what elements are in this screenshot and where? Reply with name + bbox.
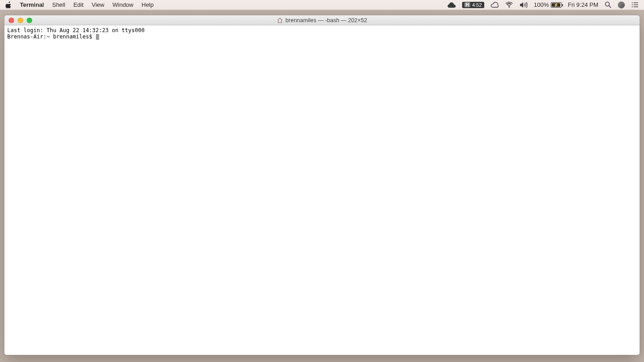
macos-menubar: Terminal Shell Edit View Window Help H 4… <box>0 0 644 10</box>
window-title-wrap: brennamiles — -bash — 202×52 <box>5 17 639 24</box>
menu-edit[interactable]: Edit <box>73 1 83 8</box>
last-login-line: Last login: Thu Aug 22 14:32:23 on ttys0… <box>7 27 144 33</box>
timer-prefix: H <box>464 2 470 7</box>
volume-icon[interactable] <box>520 2 528 8</box>
menubar-right: H 4:52 100% ⚡ Fri 9:24 PM <box>448 1 639 9</box>
siri-icon[interactable] <box>618 1 625 9</box>
timer-widget[interactable]: H 4:52 <box>462 2 484 8</box>
menu-window[interactable]: Window <box>113 1 134 8</box>
charging-bolt-icon: ⚡ <box>553 3 558 7</box>
traffic-lights <box>5 18 32 23</box>
battery-status[interactable]: 100% ⚡ <box>534 1 562 8</box>
svg-point-1 <box>606 2 610 6</box>
menu-shell[interactable]: Shell <box>52 1 65 8</box>
menu-help[interactable]: Help <box>142 1 154 8</box>
battery-percent-text: 100% <box>534 1 549 8</box>
svg-point-0 <box>508 6 509 7</box>
home-icon <box>277 18 283 23</box>
battery-icon: ⚡ <box>551 2 562 8</box>
menu-app-name[interactable]: Terminal <box>20 1 44 8</box>
terminal-content[interactable]: Last login: Thu Aug 22 14:32:23 on ttys0… <box>5 25 639 355</box>
close-button[interactable] <box>9 18 14 23</box>
cloud-icon[interactable] <box>448 2 456 8</box>
notification-center-icon[interactable] <box>631 2 639 8</box>
zoom-button[interactable] <box>27 18 32 23</box>
menubar-left: Terminal Shell Edit View Window Help <box>5 1 154 9</box>
minimize-button[interactable] <box>18 18 23 23</box>
apple-menu-icon[interactable] <box>5 1 12 9</box>
terminal-window: brennamiles — -bash — 202×52 Last login:… <box>4 15 640 355</box>
cursor <box>96 34 99 40</box>
wifi-icon[interactable] <box>505 2 513 8</box>
titlebar[interactable]: brennamiles — -bash — 202×52 <box>5 15 639 25</box>
window-title: brennamiles — -bash — 202×52 <box>286 17 367 24</box>
timer-value: 4:52 <box>472 2 482 8</box>
clock-text[interactable]: Fri 9:24 PM <box>568 1 598 8</box>
shell-prompt: Brennas-Air:~ brennamiles$ <box>7 33 95 40</box>
menu-view[interactable]: View <box>92 1 105 8</box>
spotlight-icon[interactable] <box>605 1 611 8</box>
creative-cloud-icon[interactable] <box>491 2 499 8</box>
svg-line-2 <box>609 6 611 8</box>
